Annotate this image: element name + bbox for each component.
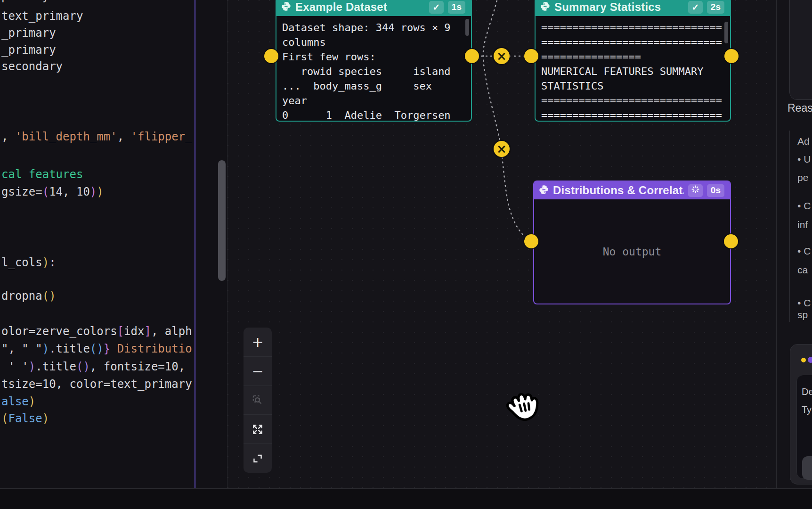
duration-badge: 1s xyxy=(448,1,465,14)
zoom-to-selection-button[interactable] xyxy=(244,386,272,415)
status-dot-purple xyxy=(808,357,812,363)
grab-hand-cursor xyxy=(503,386,542,426)
zoom-out-button[interactable]: − xyxy=(244,357,272,386)
reasoning-item: • U xyxy=(797,154,811,165)
code-line[interactable]: _primary xyxy=(1,41,56,58)
bottom-status-band xyxy=(0,488,812,509)
node-output-scrollbar[interactable] xyxy=(465,19,469,36)
code-line[interactable]: l_cols): xyxy=(1,254,56,271)
reasoning-item: sp xyxy=(797,309,808,320)
node-output-area[interactable]: Dataset shape: 344 rows × 9 columns Firs… xyxy=(276,16,471,121)
fit-view-button[interactable] xyxy=(244,415,272,444)
code-panel-selection-border xyxy=(195,0,195,488)
duration-badge: 2s xyxy=(707,1,724,14)
port-summary-input[interactable] xyxy=(524,49,538,63)
node-example-dataset[interactable]: Example Dataset ✓ 1s Dataset shape: 344 … xyxy=(276,0,472,122)
status-dot-yellow xyxy=(801,358,806,362)
right-sidebar: Reas Ad• Upe• Cinf• Cca• Csp DeTy xyxy=(776,0,812,488)
card-label: Ty xyxy=(802,404,812,415)
node-summary-statistics-header[interactable]: Summary Statistics ✓ 2s xyxy=(536,0,730,16)
canvas-controls: + − xyxy=(244,328,272,473)
code-editor-panel[interactable]: primarytext_primary_primary_primarysecon… xyxy=(0,0,227,488)
edge-delete-button[interactable]: × xyxy=(494,141,510,157)
check-icon: ✓ xyxy=(691,2,699,13)
reasoning-item: • C xyxy=(797,246,811,257)
zoom-selection-icon xyxy=(252,394,264,406)
minus-icon: − xyxy=(252,363,263,379)
code-line[interactable]: _primary xyxy=(1,25,56,41)
node-output-area[interactable]: ============================= ==========… xyxy=(536,16,730,121)
code-line[interactable]: tsize=10, color=text_primary xyxy=(1,376,192,393)
sidebar-action-button[interactable] xyxy=(802,456,812,480)
code-line[interactable]: (False) xyxy=(1,410,49,427)
reasoning-item: ca xyxy=(797,264,808,276)
running-spinner-badge xyxy=(688,184,703,197)
spinner-icon xyxy=(691,185,700,196)
zoom-in-button[interactable]: + xyxy=(244,328,272,357)
node-title: Distributions & Correlat... xyxy=(553,184,684,197)
code-line[interactable]: gsize=(14, 10)) xyxy=(1,183,104,200)
node-example-dataset-header[interactable]: Example Dataset ✓ 1s xyxy=(276,0,471,16)
port-example-output[interactable] xyxy=(465,49,479,63)
status-check-badge: ✓ xyxy=(429,1,444,14)
port-distributions-output[interactable] xyxy=(724,234,738,248)
code-line[interactable]: alse) xyxy=(1,393,35,410)
node-distributions-correlations[interactable]: Distributions & Correlat... 0s No output xyxy=(533,181,731,304)
reasoning-item: • C xyxy=(797,297,811,309)
reasoning-item: pe xyxy=(797,172,808,183)
expand-arrows-icon xyxy=(252,423,264,435)
node-summary-statistics[interactable]: Summary Statistics ✓ 2s ================… xyxy=(535,0,731,122)
sidebar-heading: Reas xyxy=(788,102,812,115)
node-output-area[interactable]: No output xyxy=(534,199,730,304)
fullscreen-corners-icon xyxy=(252,452,264,465)
check-icon: ✓ xyxy=(432,2,440,13)
reasoning-item: • C xyxy=(797,200,811,212)
code-editor-content[interactable]: primarytext_primary_primary_primarysecon… xyxy=(0,0,227,488)
code-line[interactable]: dropna() xyxy=(1,287,56,304)
reasoning-item: Ad xyxy=(797,136,810,147)
reasoning-section-border xyxy=(789,131,790,322)
python-icon xyxy=(540,1,550,13)
node-output-scrollbar[interactable] xyxy=(724,22,728,43)
code-line[interactable]: , 'bill_depth_mm', 'flipper_ xyxy=(1,128,192,145)
code-line[interactable]: secondary xyxy=(1,58,63,75)
port-summary-output[interactable] xyxy=(724,49,739,63)
python-icon xyxy=(281,1,291,13)
workflow-app: { "code_panel": { "lines": [ {"top": -26… xyxy=(0,0,812,509)
node-output-text: ============================= ==========… xyxy=(536,16,730,121)
node-distributions-header[interactable]: Distributions & Correlat... 0s xyxy=(534,181,730,199)
code-line[interactable]: olor=zerve_colors[idx], alph xyxy=(1,323,192,340)
node-output-text: Dataset shape: 344 rows × 9 columns Firs… xyxy=(276,16,471,121)
python-icon xyxy=(539,185,549,197)
plus-icon: + xyxy=(252,334,263,350)
x-icon: × xyxy=(496,50,507,62)
node-title: Summary Statistics xyxy=(554,0,684,14)
reasoning-item: inf xyxy=(797,219,808,230)
x-icon: × xyxy=(496,143,507,155)
duration-badge: 0s xyxy=(707,184,724,197)
code-line[interactable]: text_primary xyxy=(1,8,83,25)
code-editor-scrollbar[interactable] xyxy=(218,160,226,281)
fullscreen-button[interactable] xyxy=(244,444,272,473)
edge-delete-button[interactable]: × xyxy=(494,48,510,64)
card-label: De xyxy=(802,386,812,397)
code-line[interactable]: primary xyxy=(1,0,49,5)
sidebar-top-panel xyxy=(789,0,812,100)
status-check-badge: ✓ xyxy=(688,1,703,14)
port-example-input[interactable] xyxy=(264,49,278,63)
code-line[interactable]: cal features xyxy=(1,166,83,183)
port-distributions-input[interactable] xyxy=(524,234,538,248)
no-output-text: No output xyxy=(534,199,730,304)
node-title: Example Dataset xyxy=(295,0,425,14)
code-line[interactable]: ' ').title(), fontsize=10, xyxy=(1,358,185,375)
code-line[interactable]: ", " ").title()} Distributio xyxy=(1,340,192,357)
